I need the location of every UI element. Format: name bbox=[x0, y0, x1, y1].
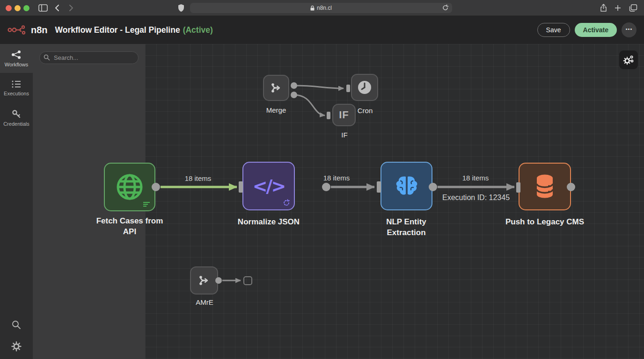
search-icon bbox=[44, 54, 50, 61]
node-label-normalize-json: Normalize JSON bbox=[217, 217, 320, 228]
logo-text: n8n bbox=[31, 25, 48, 36]
node-label-cron: Cron bbox=[358, 107, 373, 115]
code-icon: </> bbox=[253, 176, 285, 196]
close-window-button[interactable] bbox=[6, 5, 12, 11]
node-nlp-entity[interactable] bbox=[381, 162, 432, 210]
database-icon bbox=[532, 173, 558, 200]
edge-items-label: 18 items bbox=[323, 174, 350, 182]
sidebar-item-label: Workflows bbox=[5, 62, 29, 67]
merge-icon bbox=[198, 274, 211, 287]
workflow-status-badge: (Active) bbox=[183, 25, 213, 35]
output-port[interactable] bbox=[291, 92, 297, 98]
output-port[interactable] bbox=[429, 183, 437, 191]
edge-merge-if bbox=[294, 95, 325, 115]
sidebar-item-label: Executions bbox=[4, 91, 29, 96]
execution-id-label: Execution ID: 12345 bbox=[442, 194, 510, 202]
merge-icon bbox=[270, 82, 283, 94]
node-label-merge: Merge bbox=[266, 106, 286, 114]
output-port[interactable] bbox=[215, 277, 222, 284]
new-tab-icon[interactable] bbox=[615, 5, 621, 11]
url-text: n8n.cl bbox=[317, 5, 332, 11]
activate-button[interactable]: Activate bbox=[575, 23, 617, 37]
sidebar-search[interactable] bbox=[0, 320, 33, 330]
sidebar-item-executions[interactable]: Executions bbox=[0, 73, 33, 103]
canvas-settings-button[interactable] bbox=[619, 50, 638, 69]
clock-icon bbox=[357, 79, 373, 95]
zoom-window-button[interactable] bbox=[23, 5, 29, 11]
screen: n8n.cl bbox=[0, 0, 644, 359]
edge-items-label: 18 items bbox=[462, 174, 489, 182]
share-icon[interactable] bbox=[600, 4, 607, 12]
node-merge[interactable] bbox=[263, 75, 289, 101]
minimize-window-button[interactable] bbox=[15, 5, 21, 11]
n8n-logo-icon bbox=[7, 24, 27, 36]
edge-items-label: 18 items bbox=[185, 174, 212, 182]
output-port[interactable] bbox=[322, 183, 330, 191]
output-port[interactable] bbox=[291, 82, 297, 89]
refresh-icon bbox=[283, 199, 290, 207]
privacy-shield-icon[interactable] bbox=[178, 4, 184, 12]
if-icon: IF bbox=[339, 109, 349, 121]
node-normalize-json[interactable]: </> bbox=[242, 162, 295, 210]
content: Workflows Executions Credentials bbox=[0, 44, 644, 359]
node-fetch-cases[interactable] bbox=[104, 163, 155, 211]
node-label-if: IF bbox=[341, 131, 347, 139]
globe-icon bbox=[115, 172, 145, 202]
sidebar-toggle-icon[interactable] bbox=[38, 4, 48, 12]
node-cron[interactable] bbox=[351, 74, 378, 101]
lock-icon bbox=[310, 6, 315, 11]
credentials-key-icon bbox=[12, 109, 21, 119]
reload-icon[interactable] bbox=[442, 4, 449, 11]
more-options-button[interactable]: ••• bbox=[622, 22, 637, 37]
n8n-logo: n8n bbox=[7, 24, 48, 36]
node-push-cms[interactable] bbox=[519, 163, 571, 210]
header-actions: Save Activate ••• bbox=[537, 22, 637, 37]
node-if[interactable]: IF bbox=[332, 104, 356, 126]
executions-icon bbox=[11, 80, 22, 88]
back-button[interactable] bbox=[54, 4, 60, 12]
sidebar-settings[interactable] bbox=[0, 341, 33, 352]
app-header: n8n Workflow Editor - Legal Pipeline (Ac… bbox=[0, 16, 644, 44]
sidebar: Workflows Executions Credentials bbox=[0, 44, 33, 359]
gear-icon bbox=[11, 341, 22, 352]
forward-button[interactable] bbox=[68, 4, 74, 12]
search-input[interactable] bbox=[39, 51, 139, 64]
filter-lines-icon bbox=[142, 201, 151, 208]
gears-icon bbox=[623, 55, 634, 65]
input-port[interactable] bbox=[346, 85, 350, 92]
address-bar[interactable]: n8n.cl bbox=[190, 3, 452, 13]
node-label-fetch-cases: Fetch Cases from API bbox=[90, 216, 169, 237]
brain-icon bbox=[394, 175, 420, 197]
browser-toolbar: n8n.cl bbox=[0, 0, 644, 16]
input-port[interactable] bbox=[377, 181, 381, 193]
page-title: Workflow Editor - Legal Pipeline bbox=[55, 25, 180, 35]
save-button[interactable]: Save bbox=[537, 23, 570, 37]
sidebar-item-label: Credentials bbox=[3, 121, 29, 127]
workflow-canvas[interactable]: IF </> bbox=[33, 44, 644, 359]
input-port[interactable] bbox=[516, 182, 520, 193]
output-port[interactable] bbox=[152, 183, 160, 191]
tab-overview-icon[interactable] bbox=[629, 4, 637, 12]
sidebar-item-workflows[interactable]: Workflows bbox=[0, 44, 33, 73]
node-mini-merge[interactable] bbox=[190, 266, 218, 294]
output-port[interactable] bbox=[567, 183, 575, 191]
workflows-icon bbox=[11, 50, 22, 59]
edge-merge-cron bbox=[294, 86, 344, 88]
input-port[interactable] bbox=[239, 181, 243, 193]
node-label-push-cms: Push to Legacy CMS bbox=[493, 217, 596, 228]
search-icon bbox=[11, 320, 22, 330]
node-placeholder[interactable] bbox=[243, 276, 252, 285]
node-label-mini-merge: AMrE bbox=[196, 298, 213, 306]
node-label-nlp-entity: NLP Entity Extraction bbox=[378, 217, 434, 238]
sidebar-item-credentials[interactable]: Credentials bbox=[0, 103, 33, 133]
input-port[interactable] bbox=[327, 112, 330, 119]
